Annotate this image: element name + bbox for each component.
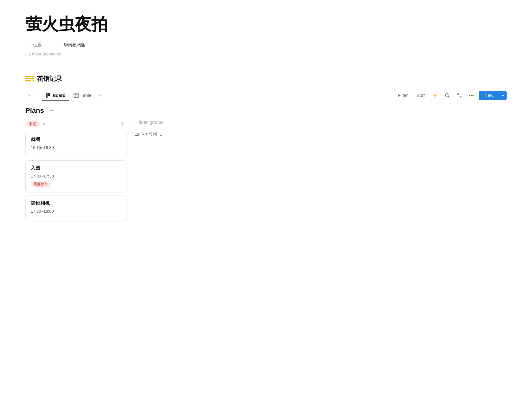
ellipsis-icon: ••• [49, 108, 54, 113]
search-icon [445, 93, 450, 98]
plus-icon: + [121, 120, 125, 128]
property-location-label: 位置 [33, 42, 58, 48]
property-location-value: 华南植物园 [63, 42, 86, 48]
more-options-button[interactable]: ••• [467, 91, 476, 100]
column-count: 4 [42, 121, 45, 126]
board-section: Plans ••• 未定 4 + 就餐 16:15~16:30 [25, 106, 507, 224]
new-dropdown-button[interactable]: ▾ [499, 91, 507, 100]
hidden-group-label: No 时间 [141, 131, 157, 137]
card-time-3: 17:30~18:00 [31, 209, 121, 214]
toolbar: + ⠿ Board Table + [25, 91, 507, 100]
svg-rect-8 [74, 93, 78, 98]
card-tag-reservation: 需要预约 [31, 181, 51, 188]
svg-line-12 [448, 96, 449, 97]
filter-button[interactable]: Filter [395, 91, 411, 100]
shrink-button[interactable] [455, 91, 464, 100]
card-time-2: 17:00~17:30 [31, 174, 121, 178]
svg-rect-2 [25, 80, 31, 81]
svg-rect-1 [25, 78, 34, 79]
board-icon [46, 93, 51, 98]
database-icon [25, 76, 34, 83]
page-title: 萤火虫夜拍 [25, 15, 507, 33]
board-card-2[interactable]: 入园 17:00~17:30 需要预约 [25, 160, 127, 192]
tab-board[interactable]: Board [42, 91, 69, 100]
board-column-undecided: 未定 4 + 就餐 16:15~16:30 入园 17:00~17:30 需要预… [25, 120, 127, 224]
lightning-icon: ⚡ [432, 93, 438, 98]
board-section-menu-btn[interactable]: ••• [47, 106, 55, 115]
board-columns: 未定 4 + 就餐 16:15~16:30 入园 17:00~17:30 需要预… [25, 120, 507, 224]
sort-button[interactable]: Sort [413, 91, 428, 100]
hidden-group-no-time[interactable]: 🗃 No 时间 1 [134, 130, 507, 138]
new-button[interactable]: New [479, 91, 499, 100]
column-tag-undecided: 未定 [25, 120, 40, 127]
database-title: 花销记录 [37, 74, 62, 84]
property-location-icon: ≡ [25, 42, 28, 48]
board-card-3[interactable]: 架设相机 17:30~18:00 [25, 196, 127, 221]
tab-table-label: Table [81, 93, 91, 98]
hidden-groups-title: Hidden groups [134, 120, 507, 125]
board-section-title-text: Plans [25, 106, 44, 115]
new-button-group: New ▾ [479, 91, 507, 100]
chevron-icon: › [25, 52, 27, 56]
add-another-view-btn[interactable]: + [96, 91, 105, 100]
hidden-group-count: 1 [160, 132, 162, 137]
column-add-card-btn[interactable]: + [119, 120, 127, 128]
drag-handle-icon: ⠿ [35, 91, 41, 100]
column-header: 未定 4 + [25, 120, 127, 128]
sort-label: Sort [417, 93, 425, 98]
hidden-groups-column: Hidden groups 🗃 No 时间 1 [134, 120, 507, 138]
plus-icon: + [99, 92, 102, 99]
card-title-2: 入园 [31, 165, 121, 171]
property-location-row: ≡ 位置 华南植物园 [25, 42, 507, 48]
svg-rect-6 [46, 93, 48, 98]
board-section-header: Plans ••• [25, 106, 507, 115]
tab-table[interactable]: Table [70, 91, 95, 100]
card-title-1: 就餐 [31, 137, 121, 143]
board-card-1[interactable]: 就餐 16:15~16:30 [25, 132, 127, 157]
more-properties-label: 2 more properties [29, 52, 61, 56]
toolbar-views: + ⠿ Board Table + [25, 91, 393, 100]
toolbar-actions: Filter Sort ⚡ [395, 91, 507, 100]
chevron-down-icon: ▾ [502, 93, 504, 98]
more-icon: ••• [469, 93, 474, 98]
card-time-1: 16:15~16:30 [31, 145, 121, 150]
search-button[interactable] [443, 91, 452, 100]
filter-label: Filter [398, 93, 408, 98]
svg-rect-7 [48, 93, 50, 96]
svg-rect-0 [25, 76, 34, 77]
lightning-button[interactable]: ⚡ [431, 91, 440, 100]
tab-board-label: Board [53, 93, 65, 98]
divider [25, 64, 507, 64]
table-icon [74, 93, 79, 98]
database-header: 花销记录 [25, 74, 507, 84]
archive-icon: 🗃 [134, 132, 139, 137]
card-title-3: 架设相机 [31, 200, 121, 206]
shrink-icon [457, 93, 462, 98]
more-properties-toggle[interactable]: › 2 more properties [25, 52, 507, 56]
add-view-icon-btn[interactable]: + [25, 91, 34, 100]
